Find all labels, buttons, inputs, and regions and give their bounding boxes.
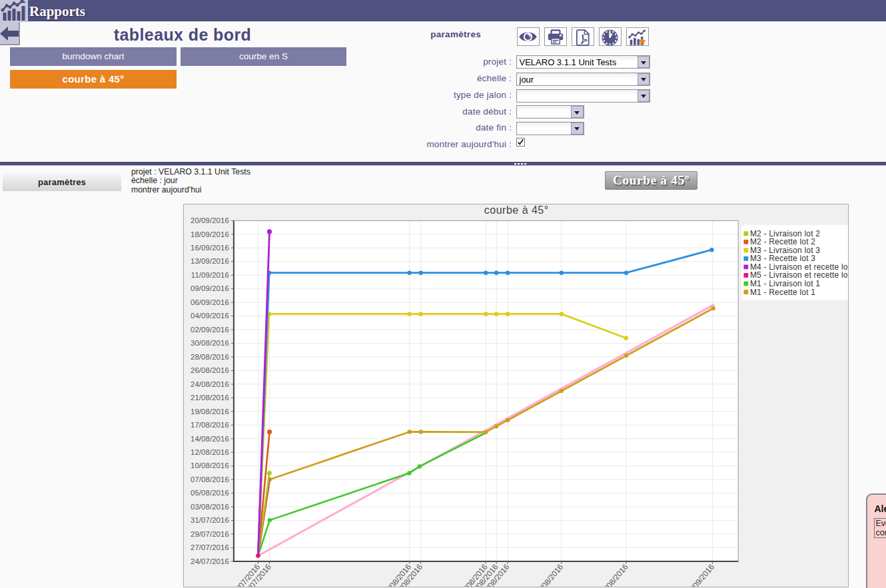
svg-text:courbe à 45°: courbe à 45° (484, 204, 548, 216)
svg-text:26/09/2016: 26/09/2016 (683, 562, 715, 587)
svg-text:29/08/2016: 29/08/2016 (532, 562, 564, 587)
svg-text:17/08/2016: 17/08/2016 (190, 421, 228, 429)
svg-text:04/09/2016: 04/09/2016 (190, 312, 228, 320)
svg-text:26/08/2016: 26/08/2016 (190, 366, 228, 374)
svg-text:29/07/2016: 29/07/2016 (190, 530, 228, 538)
svg-text:M1 - Recette lot 1: M1 - Recette lot 1 (749, 288, 815, 297)
svg-text:16/09/2016: 16/09/2016 (190, 244, 228, 252)
svg-text:27/07/2016: 27/07/2016 (190, 543, 228, 551)
svg-text:11/09/2016: 11/09/2016 (191, 271, 228, 279)
svg-text:14/08/2016: 14/08/2016 (190, 435, 228, 443)
svg-text:31/07/2016: 31/07/2016 (190, 517, 228, 525)
svg-text:24/07/2016: 24/07/2016 (190, 557, 228, 565)
svg-text:28/08/2016: 28/08/2016 (190, 353, 228, 361)
svg-text:19/08/2016: 19/08/2016 (190, 408, 228, 416)
svg-text:09/09/2016: 09/09/2016 (190, 285, 228, 293)
svg-text:31/08/2016: 31/08/2016 (597, 562, 629, 587)
svg-text:30/08/2016: 30/08/2016 (190, 339, 228, 347)
svg-text:10/08/2016: 10/08/2016 (190, 462, 228, 470)
svg-text:18/09/2016: 18/09/2016 (190, 230, 228, 238)
svg-text:21/08/2016: 21/08/2016 (190, 394, 228, 402)
svg-text:12/08/2016: 12/08/2016 (190, 448, 228, 456)
svg-text:05/08/2016: 05/08/2016 (190, 489, 228, 497)
svg-text:02/09/2016: 02/09/2016 (190, 326, 228, 334)
svg-text:06/09/2016: 06/09/2016 (190, 298, 228, 306)
svg-text:03/08/2016: 03/08/2016 (190, 503, 228, 511)
svg-text:20/09/2016: 20/09/2016 (190, 216, 228, 224)
svg-text:24/08/2016: 24/08/2016 (190, 380, 228, 388)
svg-text:13/09/2016: 13/09/2016 (190, 258, 228, 266)
svg-text:07/08/2016: 07/08/2016 (190, 475, 228, 483)
